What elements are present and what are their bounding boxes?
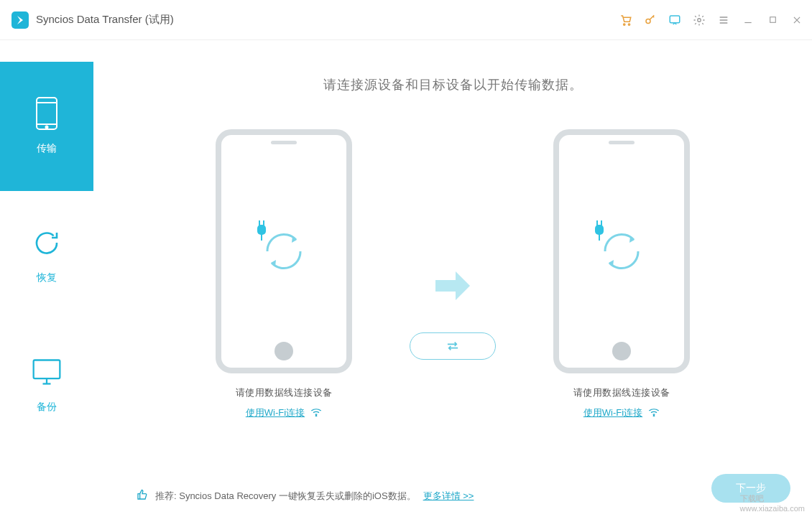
watermark: 下载吧 www.xiazaiba.com bbox=[740, 493, 805, 513]
target-caption: 请使用数据线连接设备 bbox=[573, 386, 670, 399]
svg-rect-6 bbox=[770, 17, 775, 23]
feedback-icon[interactable] bbox=[668, 14, 681, 27]
svg-rect-17 bbox=[261, 234, 262, 241]
key-icon[interactable] bbox=[644, 14, 657, 27]
swap-icon bbox=[445, 340, 461, 352]
app-logo bbox=[11, 11, 29, 29]
refresh-icon bbox=[31, 227, 63, 258]
svg-point-1 bbox=[624, 23, 625, 24]
maximize-icon[interactable] bbox=[766, 14, 779, 27]
source-device-column: 请使用数据线连接设备 使用Wi-Fi连接 bbox=[216, 129, 352, 419]
wifi-icon bbox=[648, 406, 660, 419]
center-controls bbox=[410, 189, 496, 360]
main-heading: 请连接源设备和目标设备以开始传输数据。 bbox=[323, 76, 583, 93]
target-device-column: 请使用数据线连接设备 使用Wi-Fi连接 bbox=[553, 129, 690, 419]
footer-promo: 推荐: Syncios Data Recovery 一键恢复丢失或删除的iOS数… bbox=[137, 489, 474, 503]
svg-rect-16 bbox=[263, 220, 264, 225]
monitor-icon bbox=[31, 356, 63, 388]
plug-icon bbox=[253, 220, 315, 282]
svg-rect-20 bbox=[596, 220, 598, 225]
svg-point-2 bbox=[628, 23, 629, 24]
thumbs-up-icon bbox=[137, 489, 148, 503]
sidebar-item-label: 备份 bbox=[37, 401, 57, 414]
watermark-line: 下载吧 bbox=[740, 493, 805, 504]
plug-icon bbox=[591, 220, 652, 282]
gear-icon[interactable] bbox=[693, 14, 706, 27]
sidebar-item-restore[interactable]: 恢复 bbox=[0, 191, 93, 320]
devices-row: 请使用数据线连接设备 使用Wi-Fi连接 bbox=[122, 129, 783, 419]
svg-point-18 bbox=[315, 416, 316, 416]
home-button-icon bbox=[612, 342, 631, 360]
svg-point-5 bbox=[698, 18, 701, 22]
main-content: 请连接源设备和目标设备以开始传输数据。 bbox=[93, 40, 812, 517]
phone-icon bbox=[31, 98, 63, 129]
home-button-icon bbox=[274, 342, 293, 360]
wifi-link-label: 使用Wi-Fi连接 bbox=[583, 406, 642, 419]
titlebar-controls bbox=[619, 14, 803, 27]
svg-rect-15 bbox=[259, 220, 260, 225]
watermark-line: www.xiazaiba.com bbox=[740, 504, 805, 513]
promo-text: 推荐: Syncios Data Recovery 一键恢复丢失或删除的iOS数… bbox=[155, 490, 416, 503]
svg-rect-22 bbox=[599, 234, 600, 241]
cart-icon[interactable] bbox=[619, 14, 632, 27]
svg-rect-11 bbox=[34, 360, 60, 379]
titlebar: Syncios Data Transfer (试用) bbox=[0, 0, 812, 40]
loading-spinner-icon bbox=[253, 220, 315, 282]
svg-point-3 bbox=[646, 19, 650, 23]
wifi-icon bbox=[310, 406, 322, 419]
svg-rect-14 bbox=[257, 225, 266, 235]
menu-icon[interactable] bbox=[717, 14, 730, 27]
svg-rect-21 bbox=[601, 220, 602, 225]
loading-spinner-icon bbox=[591, 220, 652, 282]
svg-rect-19 bbox=[595, 225, 604, 235]
app-title: Syncios Data Transfer (试用) bbox=[36, 13, 619, 27]
swap-button[interactable] bbox=[410, 332, 496, 360]
svg-point-10 bbox=[46, 126, 48, 129]
close-icon[interactable] bbox=[790, 14, 803, 27]
source-device-placeholder bbox=[216, 129, 352, 373]
more-details-link[interactable]: 更多详情 >> bbox=[423, 490, 474, 503]
wifi-link-label: 使用Wi-Fi连接 bbox=[246, 406, 305, 419]
sidebar: 传输 恢复 备份 bbox=[0, 40, 93, 517]
minimize-icon[interactable] bbox=[742, 14, 755, 27]
sidebar-item-label: 恢复 bbox=[37, 271, 57, 284]
sidebar-item-transfer[interactable]: 传输 bbox=[0, 62, 93, 191]
sidebar-item-backup[interactable]: 备份 bbox=[0, 320, 93, 450]
sidebar-item-label: 传输 bbox=[37, 142, 57, 155]
target-device-placeholder bbox=[553, 129, 690, 373]
target-wifi-link[interactable]: 使用Wi-Fi连接 bbox=[583, 406, 660, 419]
source-wifi-link[interactable]: 使用Wi-Fi连接 bbox=[246, 406, 322, 419]
svg-point-23 bbox=[653, 416, 654, 416]
svg-rect-4 bbox=[670, 16, 680, 23]
arrow-right-icon bbox=[431, 268, 474, 304]
source-caption: 请使用数据线连接设备 bbox=[236, 386, 333, 399]
